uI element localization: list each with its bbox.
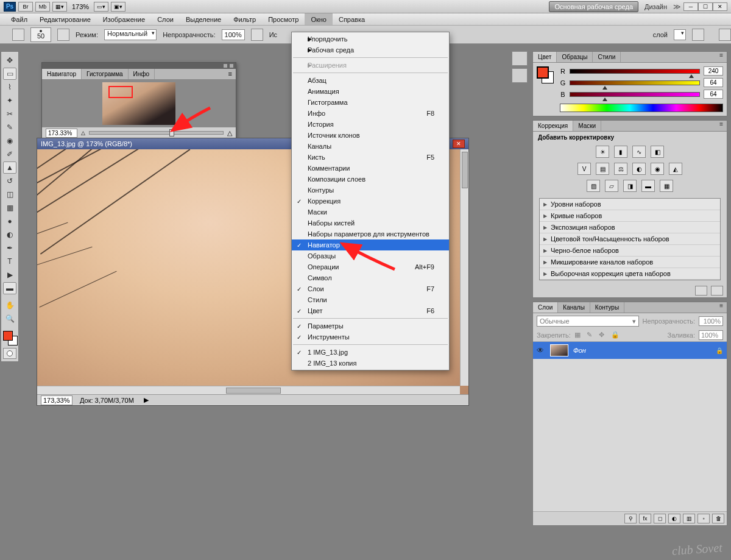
r-value[interactable]: 240 (704, 66, 723, 76)
navigator-zoom-slider[interactable] (89, 131, 224, 135)
mi-info[interactable]: ИнфоF8 (292, 108, 449, 119)
mi-styles[interactable]: Стили (292, 294, 449, 305)
delete-layer-icon[interactable]: 🗑 (712, 514, 724, 523)
marquee-tool[interactable]: ▭ (3, 68, 16, 80)
mi-doc-2[interactable]: 2 IMG_13 копия (292, 358, 449, 369)
lock-pixels-icon[interactable]: ✎ (587, 331, 595, 339)
screen-mode-button[interactable]: ▣▾ (111, 2, 125, 12)
mi-character[interactable]: Символ (292, 272, 449, 283)
move-tool[interactable]: ✥ (3, 54, 16, 66)
posterize-icon[interactable]: ▱ (605, 180, 618, 192)
color-spectrum[interactable] (560, 104, 723, 112)
mi-animation[interactable]: Анимация (292, 86, 449, 97)
magic-wand-tool[interactable]: ✦ (3, 94, 16, 107)
clone-stamp-tool[interactable]: ▲ (3, 161, 16, 174)
hue-icon[interactable]: ▤ (596, 163, 609, 175)
path-select-tool[interactable]: ▶ (3, 269, 16, 281)
brush-panel-toggle[interactable] (57, 29, 69, 41)
menu-help[interactable]: Справка (333, 13, 371, 25)
color-swatch-pair[interactable] (537, 66, 554, 83)
mi-clone-source[interactable]: Источник клонов (292, 130, 449, 141)
fill-field[interactable]: 100% (699, 330, 723, 340)
mi-layers[interactable]: ✓СлоиF7 (292, 283, 449, 294)
window-maximize-button[interactable]: ☐ (698, 2, 713, 11)
window-minimize-button[interactable]: ─ (683, 2, 698, 11)
menu-workspace[interactable]: Рабочая среда▶ (292, 44, 449, 55)
lasso-tool[interactable]: ⌇ (3, 81, 16, 93)
mi-tools[interactable]: ✓Инструменты (292, 331, 449, 342)
color-swatches[interactable] (3, 331, 18, 346)
blend-mode-select[interactable]: Нормальный (104, 29, 157, 40)
levels-icon[interactable]: ▮ (614, 146, 627, 158)
tool-preset-icon[interactable] (12, 29, 24, 41)
threshold-icon[interactable]: ◨ (623, 180, 637, 192)
blend-mode-select[interactable]: Обычные (537, 316, 639, 327)
quick-mask-toggle[interactable] (3, 348, 16, 359)
menu-window[interactable]: Окно (305, 13, 333, 25)
navigator-zoom-input[interactable]: 173.33% (46, 129, 77, 138)
ignore-adjust-icon[interactable] (692, 29, 704, 41)
mi-doc-1[interactable]: ✓1 IMG_13.jpg (292, 347, 449, 358)
photo-filter-icon[interactable]: ◉ (651, 163, 664, 175)
minibridge-button[interactable]: Mb (35, 2, 50, 12)
gradient-map-icon[interactable]: ▬ (641, 180, 655, 192)
collapsed-panel-icon[interactable] (512, 51, 528, 66)
document-close-button[interactable]: ✕ (453, 140, 465, 148)
window-close-button[interactable]: ✕ (713, 2, 727, 11)
layer-thumbnail[interactable] (550, 344, 568, 356)
visibility-icon[interactable]: 👁 (537, 346, 545, 355)
brush-preview[interactable]: 50 (30, 27, 51, 42)
preset-item[interactable]: ▶Кривые наборов (540, 210, 720, 222)
menu-file[interactable]: Файл (5, 13, 34, 25)
shape-tool[interactable]: ▬ (3, 282, 16, 294)
g-value[interactable]: 64 (704, 78, 723, 87)
tab-color[interactable]: Цвет (533, 52, 557, 62)
mi-color[interactable]: ✓ЦветF6 (292, 305, 449, 316)
blur-tool[interactable]: ● (3, 215, 16, 227)
tab-layers[interactable]: Слои (533, 302, 558, 313)
selective-color-icon[interactable]: ▦ (660, 180, 673, 192)
tab-info[interactable]: Инфо (129, 69, 155, 79)
mi-actions[interactable]: ОперацииAlt+F9 (292, 261, 449, 272)
menu-view[interactable]: Просмотр (262, 13, 305, 25)
layer-opacity-field[interactable]: 100% (699, 316, 723, 326)
layer-name[interactable]: Фон (573, 347, 586, 354)
eyedropper-tool[interactable]: ✎ (3, 121, 16, 133)
panel-menu-icon[interactable]: ≡ (225, 69, 236, 79)
tab-styles[interactable]: Стили (593, 52, 621, 62)
vertical-scrollbar[interactable] (460, 149, 468, 386)
b-value[interactable]: 64 (704, 90, 723, 99)
channel-mixer-icon[interactable]: ◭ (669, 163, 682, 175)
vibrance-icon[interactable]: V (577, 163, 591, 175)
adjust-expand-icon[interactable] (695, 286, 707, 296)
zoom-level[interactable]: 173% (69, 2, 91, 12)
new-layer-icon[interactable]: ▫ (697, 514, 710, 523)
new-group-icon[interactable]: ▥ (683, 514, 695, 523)
menu-image[interactable]: Изображение (97, 13, 151, 25)
type-tool[interactable]: T (3, 255, 16, 268)
mi-channels[interactable]: Каналы (292, 141, 449, 152)
tab-navigator[interactable]: Навигатор (42, 69, 82, 79)
mi-paths[interactable]: Контуры (292, 185, 449, 196)
zoom-out-icon[interactable]: △ (81, 130, 85, 136)
bw-icon[interactable]: ◐ (632, 163, 646, 175)
tab-swatches[interactable]: Образцы (557, 52, 593, 62)
menu-edit[interactable]: Редактирование (34, 13, 97, 25)
navigator-view-rect[interactable] (108, 86, 133, 98)
preset-item[interactable]: ▶Черно-белое наборов (540, 245, 720, 257)
panel-menu-icon[interactable]: ≡ (716, 302, 727, 313)
lock-position-icon[interactable]: ✥ (599, 331, 607, 339)
spot-heal-tool[interactable]: ◉ (3, 135, 16, 147)
workspace-design-label[interactable]: Дизайн (641, 3, 671, 10)
eraser-tool[interactable]: ◫ (3, 188, 16, 200)
preset-item[interactable]: ▶Цветовой тон/Насыщенность наборов (540, 233, 720, 245)
panel-menu-icon[interactable]: ≡ (716, 52, 727, 62)
mi-brush[interactable]: КистьF5 (292, 152, 449, 163)
preset-item[interactable]: ▶Экспозиция наборов (540, 222, 720, 233)
mi-tool-presets[interactable]: Наборы параметров для инструментов (292, 229, 449, 239)
color-balance-icon[interactable]: ⚖ (614, 163, 627, 175)
lock-all-icon[interactable]: 🔒 (611, 331, 620, 339)
arrange-button[interactable]: ▭▾ (94, 2, 108, 12)
mi-layer-comps[interactable]: Композиции слоев (292, 174, 449, 185)
dodge-tool[interactable]: ◐ (3, 229, 16, 241)
